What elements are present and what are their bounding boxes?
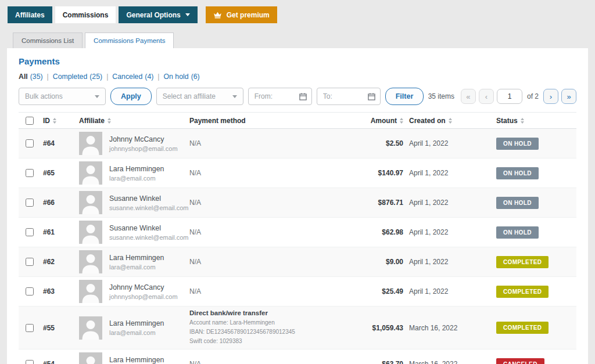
status-badge: COMPLETED xyxy=(496,256,549,268)
affiliate-email: susanne.winkel@email.com xyxy=(109,234,189,241)
status-badge: ON HOLD xyxy=(496,197,539,209)
apply-button[interactable]: Apply xyxy=(110,88,152,105)
payment-method: N/A xyxy=(189,139,351,147)
pagination: 35 items « ‹ of 2 › » xyxy=(428,89,576,104)
prev-page-button[interactable]: ‹ xyxy=(479,89,494,104)
sort-icon xyxy=(400,118,403,124)
chevron-down-icon xyxy=(185,13,190,16)
table-row: #65 Lara Hemmingenlara@email.com N/A $14… xyxy=(19,158,576,188)
tab-general-options-label: General Options xyxy=(126,11,180,19)
filter-canceled[interactable]: Canceled (4) xyxy=(112,73,153,81)
calendar-icon[interactable] xyxy=(368,93,375,100)
chevron-down-icon xyxy=(95,95,99,98)
commissions-payments-page: Affiliates Commissions General Options G… xyxy=(0,0,595,364)
select-all-checkbox[interactable] xyxy=(26,117,34,125)
date-from-field xyxy=(248,88,312,105)
sort-icon xyxy=(521,118,524,124)
filter-separator: | xyxy=(47,73,49,81)
header-affiliate[interactable]: Affiliate xyxy=(79,117,189,125)
date-to-field xyxy=(317,88,381,105)
status-badge: ON HOLD xyxy=(496,226,539,239)
next-page-button[interactable]: › xyxy=(543,89,558,104)
filter-completed[interactable]: Completed (25) xyxy=(53,73,102,81)
tab-commissions-payments[interactable]: Commissions Payments xyxy=(85,33,174,48)
first-page-button[interactable]: « xyxy=(461,89,476,104)
plugin-top-nav: Affiliates Commissions General Options G… xyxy=(0,0,595,23)
last-page-button[interactable]: » xyxy=(561,89,576,104)
payment-method: Direct bank/wire transfer Account name: … xyxy=(189,309,351,346)
row-checkbox[interactable] xyxy=(26,169,34,177)
avatar xyxy=(79,280,102,303)
payment-method: N/A xyxy=(189,169,351,177)
header-id[interactable]: ID xyxy=(43,117,79,125)
header-amount[interactable]: Amount xyxy=(351,117,409,125)
status-badge: COMPLETED xyxy=(496,286,549,298)
crown-icon xyxy=(213,11,222,19)
avatar xyxy=(79,316,102,340)
payment-method: N/A xyxy=(189,199,351,207)
table-row: #61 Susanne Winkelsusanne.winkel@email.c… xyxy=(19,218,576,247)
payment-id: #62 xyxy=(43,258,79,266)
row-checkbox[interactable] xyxy=(26,258,34,266)
get-premium-label: Get premium xyxy=(227,11,270,19)
amount: $140.97 xyxy=(351,169,409,177)
row-checkbox[interactable] xyxy=(26,228,34,236)
table-row: #66 Susanne Winkelsusanne.winkel@email.c… xyxy=(19,188,576,218)
tab-affiliates-label: Affiliates xyxy=(15,11,45,19)
row-checkbox[interactable] xyxy=(26,324,34,332)
filter-button[interactable]: Filter xyxy=(385,88,424,105)
status-filter-bar: All (35) | Completed (25) | Canceled (4)… xyxy=(19,73,576,81)
header-created-on[interactable]: Created on xyxy=(409,117,496,125)
bulk-actions-select[interactable]: Bulk actions xyxy=(19,88,106,105)
current-page-input[interactable] xyxy=(497,89,522,104)
filter-all[interactable]: All (35) xyxy=(19,73,43,81)
status-badge: ON HOLD xyxy=(496,138,539,150)
tab-commissions[interactable]: Commissions xyxy=(55,6,116,23)
created-on: April 1, 2022 xyxy=(409,139,496,147)
header-status[interactable]: Status xyxy=(496,117,576,125)
date-to-input[interactable] xyxy=(322,92,364,101)
page-title: Payments xyxy=(19,48,576,66)
table-row: #64 Johnny McCancyjohnnyshop@email.com N… xyxy=(19,129,576,158)
amount: $1,059.43 xyxy=(351,324,409,332)
payment-method: N/A xyxy=(189,228,351,236)
calendar-icon[interactable] xyxy=(299,93,307,100)
amount: $9.00 xyxy=(351,258,409,266)
get-premium-button[interactable]: Get premium xyxy=(206,6,277,23)
avatar xyxy=(79,132,102,155)
date-from-input[interactable] xyxy=(253,92,296,101)
amount: $876.71 xyxy=(351,199,409,207)
payment-id: #64 xyxy=(43,139,79,147)
affiliate-name: Susanne Winkel xyxy=(109,194,189,203)
payment-id: #54 xyxy=(43,360,79,364)
created-on: April 1, 2022 xyxy=(409,258,496,266)
amount: $2.50 xyxy=(351,139,409,147)
sort-icon xyxy=(53,118,56,124)
row-checkbox[interactable] xyxy=(26,139,34,147)
amount: $63.70 xyxy=(351,360,409,364)
payments-panel: Payments All (35) | Completed (25) | Can… xyxy=(7,48,588,364)
affiliate-name: Johnny McCancy xyxy=(109,135,178,143)
tab-commissions-list[interactable]: Commissions List xyxy=(13,33,83,48)
affiliate-name: Lara Hemmingen xyxy=(109,319,164,327)
tab-general-options[interactable]: General Options xyxy=(119,6,197,23)
created-on: April 1, 2022 xyxy=(409,199,496,207)
tab-affiliates[interactable]: Affiliates xyxy=(8,6,52,23)
tab-commissions-label: Commissions xyxy=(63,11,109,19)
payment-id: #61 xyxy=(43,228,79,236)
filter-on-hold[interactable]: On hold (6) xyxy=(164,73,200,81)
created-on: April 1, 2022 xyxy=(409,169,496,177)
table-controls: Bulk actions Apply Select an affiliate xyxy=(19,88,576,105)
avatar xyxy=(79,191,102,214)
row-checkbox[interactable] xyxy=(26,360,34,364)
payment-method-detail: Swift code: 1029383 xyxy=(189,337,343,346)
payment-id: #65 xyxy=(43,169,79,177)
filter-separator: | xyxy=(106,73,108,81)
created-on: April 1, 2022 xyxy=(409,287,496,295)
affiliate-name: Lara Hemmingen xyxy=(109,254,164,262)
chevron-down-icon xyxy=(232,95,237,98)
row-checkbox[interactable] xyxy=(26,199,34,207)
row-checkbox[interactable] xyxy=(26,287,34,295)
payment-method: N/A xyxy=(189,258,351,266)
affiliate-select[interactable]: Select an affiliate xyxy=(156,88,243,105)
